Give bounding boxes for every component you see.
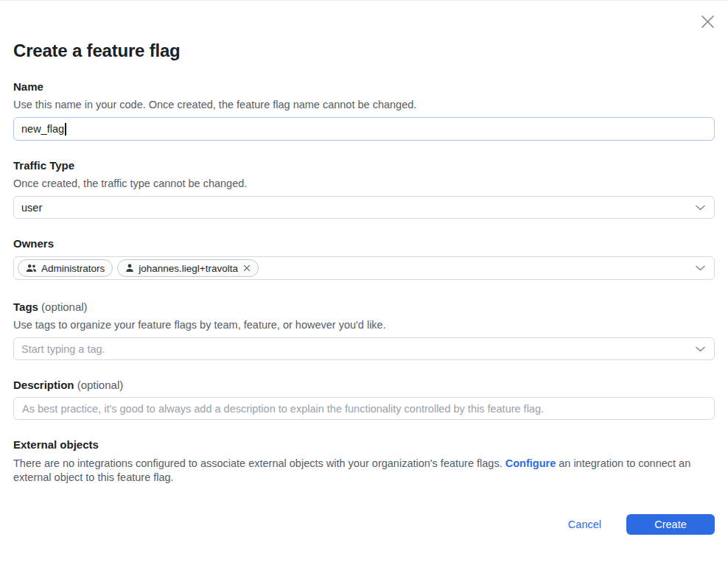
close-button[interactable]: [698, 12, 717, 31]
create-feature-flag-modal: Create a feature flag Name Use this name…: [0, 0, 728, 562]
name-input-value: new_flag: [21, 123, 64, 135]
external-objects-section: External objects There are no integratio…: [13, 438, 715, 485]
description-label-text: Description: [13, 379, 74, 391]
description-input[interactable]: [13, 397, 715, 420]
modal-footer: Cancel Create: [13, 514, 715, 535]
owners-select[interactable]: Administrators johannes.liegl+travolta: [13, 256, 715, 280]
chevron-down-icon: [695, 345, 706, 352]
owner-chip-label: Administrators: [41, 263, 105, 274]
tags-label-text: Tags: [13, 301, 38, 313]
traffic-type-value: user: [21, 202, 42, 214]
close-icon: [699, 13, 716, 30]
description-label: Description (optional): [13, 379, 715, 392]
tags-section: Tags (optional) Use tags to organize you…: [13, 301, 715, 360]
tags-help-text: Use tags to organize your feature flags …: [13, 319, 715, 331]
traffic-type-help-text: Once created, the traffic type cannot be…: [13, 178, 715, 190]
name-section: Name Use this name in your code. Once cr…: [13, 80, 715, 141]
owner-chip-label: johannes.liegl+travolta: [139, 263, 238, 274]
tags-select: [13, 337, 715, 360]
create-button[interactable]: Create: [626, 514, 715, 535]
name-input[interactable]: new_flag: [13, 117, 715, 141]
external-objects-text-before: There are no integrations configured to …: [13, 457, 505, 469]
owner-chip-user[interactable]: johannes.liegl+travolta: [117, 259, 259, 277]
text-caret: [65, 123, 66, 136]
chevron-down-icon: [695, 204, 706, 211]
description-optional-text: (optional): [77, 379, 124, 391]
remove-owner-icon[interactable]: [243, 264, 251, 272]
page-title: Create a feature flag: [13, 41, 715, 61]
tags-input[interactable]: [21, 343, 670, 355]
owners-label: Owners: [13, 237, 715, 250]
traffic-type-select[interactable]: user: [13, 196, 715, 219]
name-help-text: Use this name in your code. Once created…: [13, 99, 715, 111]
name-label: Name: [13, 80, 715, 94]
owner-chip-administrators[interactable]: Administrators: [18, 259, 113, 277]
traffic-type-section: Traffic Type Once created, the traffic t…: [13, 159, 715, 219]
tags-label: Tags (optional): [13, 301, 715, 314]
configure-link[interactable]: Configure: [505, 457, 556, 469]
external-objects-label: External objects: [13, 438, 715, 452]
group-icon: [26, 264, 37, 273]
traffic-type-label: Traffic Type: [13, 159, 715, 172]
external-objects-text: There are no integrations configured to …: [13, 457, 715, 485]
description-section: Description (optional): [13, 379, 715, 420]
chevron-down-icon: [695, 265, 706, 272]
cancel-button[interactable]: Cancel: [564, 516, 606, 533]
person-icon: [125, 264, 134, 273]
tags-optional-text: (optional): [41, 301, 88, 313]
owners-section: Owners Administrators: [13, 237, 715, 280]
